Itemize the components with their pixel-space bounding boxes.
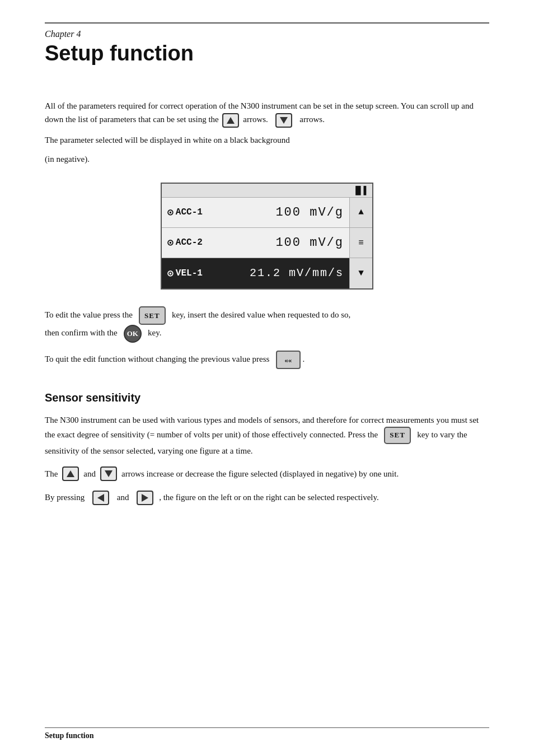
top-rule xyxy=(45,22,489,24)
arrow-buttons-row: The and arrows increase or decrease the … xyxy=(45,466,489,481)
edit-paragraph-2: To quit the edit function without changi… xyxy=(45,351,489,369)
battery-icon: ▐▌▌ xyxy=(353,186,369,196)
screen-top-bar: ▐▌▌ xyxy=(162,184,372,198)
screen-row-acc1: ⊙ ACC-1 100 mV/g xyxy=(162,198,349,228)
right-arrow-button[interactable] xyxy=(137,491,153,505)
row-label-acc2: ⊙ ACC-2 xyxy=(167,236,212,249)
screen-row-acc2: ⊙ ACC-2 100 mV/g xyxy=(162,228,349,258)
and-text-1: arrows. xyxy=(243,115,268,124)
screen-body: ⊙ ACC-1 100 mV/g ⊙ ACC-2 100 mV/g xyxy=(162,198,372,288)
down-arrow-icon-2 xyxy=(105,470,113,477)
up-arrow-icon xyxy=(227,117,235,124)
by-pressing-row: By pressing and , the figure on the left… xyxy=(45,490,489,505)
label-text-acc2: ACC-2 xyxy=(176,237,203,248)
set-button-1[interactable]: SET xyxy=(139,306,166,325)
device-screen: ▐▌▌ ⊙ ACC-1 100 mV/g ⊙ ACC-2 xyxy=(161,183,373,290)
edit-paragraph-1: To edit the value press the SET key, ins… xyxy=(45,306,489,343)
sensor-icon-acc1: ⊙ xyxy=(167,206,174,218)
down-arrow-icon-1 xyxy=(280,117,288,124)
and-label-2: and xyxy=(117,490,129,505)
chapter-label: Chapter 4 xyxy=(45,29,489,39)
down-arrow-button-1[interactable] xyxy=(275,113,292,128)
intro-paragraph-2b: (in negative). xyxy=(45,152,489,166)
intro-paragraph-1: All of the parameters required for corre… xyxy=(45,99,489,128)
sensor-para-1: The N300 instrument can be used with var… xyxy=(45,413,489,458)
up-arrow-icon-2 xyxy=(67,470,74,477)
row-label-vel1: ⊙ VEL-1 xyxy=(167,267,212,279)
label-text-acc1: ACC-1 xyxy=(176,207,203,217)
row-value-acc1: 100 mV/g xyxy=(275,206,344,220)
back-button-1[interactable]: «« xyxy=(276,351,301,369)
sidebar-menu-btn[interactable]: ≡ xyxy=(350,228,372,258)
sensor-icon-vel1: ⊙ xyxy=(167,267,174,279)
the-label: The xyxy=(45,469,58,479)
right-arrow-icon xyxy=(142,494,148,502)
and-label: and xyxy=(83,469,96,479)
screen-sidebar: ▲ ≡ ▼ xyxy=(350,198,372,288)
up-arrow-button-2[interactable] xyxy=(62,466,79,481)
label-text-vel1: VEL-1 xyxy=(176,268,203,278)
row-label-acc1: ⊙ ACC-1 xyxy=(167,206,212,218)
row-value-acc2: 100 mV/g xyxy=(275,236,344,250)
chapter-title: Setup function xyxy=(45,41,489,66)
left-arrow-button[interactable] xyxy=(92,491,109,505)
screen-row-vel1: ⊙ VEL-1 21.2 mV/mm/s xyxy=(162,258,349,288)
left-arrow-icon xyxy=(97,494,104,502)
intro-paragraph-2: The parameter selected will be displayed… xyxy=(45,133,489,147)
set-button-2[interactable]: SET xyxy=(384,427,411,444)
page: Chapter 4 Setup function All of the para… xyxy=(0,0,534,756)
ok-button-1[interactable]: OK xyxy=(124,325,142,343)
sidebar-down-btn[interactable]: ▼ xyxy=(350,258,372,288)
row-value-vel1: 21.2 mV/mm/s xyxy=(250,267,344,279)
screen-rows: ⊙ ACC-1 100 mV/g ⊙ ACC-2 100 mV/g xyxy=(162,198,350,288)
sensor-sensitivity-heading: Sensor sensitivity xyxy=(45,391,489,404)
sidebar-up-btn[interactable]: ▲ xyxy=(350,198,372,228)
footer-text: Setup function xyxy=(45,731,489,740)
up-arrow-button[interactable] xyxy=(222,113,239,128)
down-arrow-button-2[interactable] xyxy=(100,466,117,481)
sensor-icon-acc2: ⊙ xyxy=(167,236,174,249)
bottom-rule xyxy=(45,727,489,728)
